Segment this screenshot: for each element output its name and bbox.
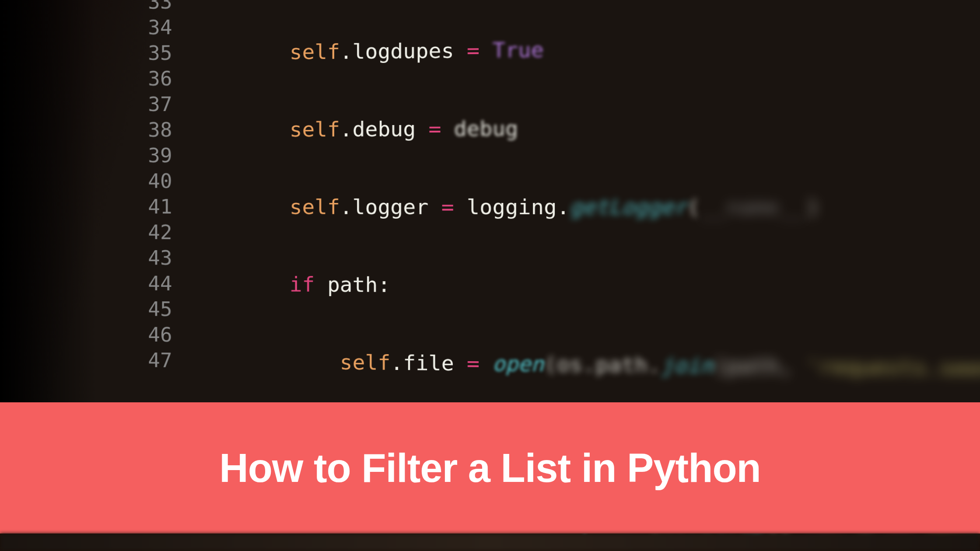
banner-title: How to Filter a List in Python [219, 445, 761, 491]
line-number: 34 [123, 15, 172, 41]
code-line: self.debug = debug [190, 113, 980, 143]
line-number: 46 [123, 322, 172, 348]
code-line: if path: [190, 271, 980, 302]
line-number: 33 [123, 0, 172, 15]
line-number: 47 [123, 347, 172, 373]
line-number: 37 [123, 91, 172, 117]
line-number: 35 [123, 40, 172, 66]
line-number: 42 [123, 220, 172, 245]
line-number: 45 [123, 296, 172, 322]
left-vignette [0, 0, 97, 404]
code-line: self.logger = logging.getLogger(__name__… [190, 194, 980, 221]
line-number: 40 [123, 168, 172, 194]
title-banner: How to Filter a List in Python [0, 402, 980, 534]
line-number: 36 [123, 66, 172, 92]
line-number: 44 [123, 271, 172, 296]
code-editor-screenshot: 33 34 35 36 37 38 39 40 41 42 43 44 45 4… [0, 0, 980, 415]
code-line: self.file = open(os.path.join(path, 'req… [190, 348, 980, 383]
line-number: 38 [123, 117, 172, 143]
code-line: self.logdupes = True [190, 32, 980, 66]
line-number-gutter: 33 34 35 36 37 38 39 40 41 42 43 44 45 4… [123, 0, 172, 373]
bottom-code-strip [0, 534, 980, 551]
line-number: 39 [123, 143, 172, 169]
line-number: 41 [123, 194, 172, 220]
line-number: 43 [123, 245, 172, 271]
